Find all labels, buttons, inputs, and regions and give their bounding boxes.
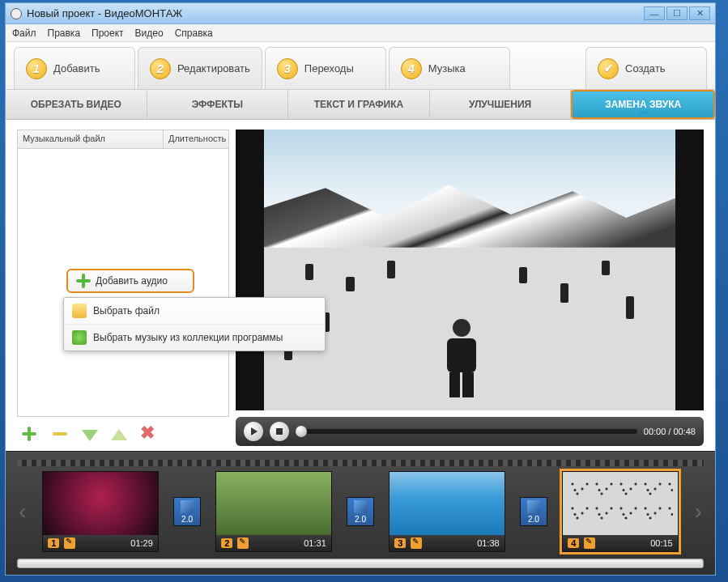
clip-thumbnail [390,472,504,535]
delete-icon[interactable]: ✖ [140,425,158,443]
tab-improvements[interactable]: УЛУЧШЕНИЯ [430,90,572,119]
timeline-prev-icon[interactable]: ‹ [17,499,28,525]
clip-thumbnail [43,472,157,535]
edit-clip-icon[interactable] [237,537,249,549]
film-strip-decor [17,460,704,466]
video-preview [236,130,704,410]
transition-duration: 2.0 [355,515,366,524]
main-area: Музыкальный файл Длительность Добавить а… [6,120,715,451]
transition-icon [527,500,540,513]
col-music-file: Музыкальный файл [18,130,164,148]
maximize-button[interactable]: ☐ [666,6,688,20]
step-number-icon: 2 [150,58,171,79]
step-label: Музыка [428,62,466,74]
step-label: Добавить [53,62,100,74]
add-icon[interactable] [20,425,38,443]
transition-duration: 2.0 [181,515,193,524]
seek-bar[interactable] [296,429,637,434]
play-button[interactable] [244,422,263,441]
plus-icon [76,274,91,288]
move-up-icon[interactable] [111,429,127,440]
tab-replace-audio[interactable]: ЗАМЕНА ЗВУКА [571,90,715,119]
menu-file[interactable]: Файл [12,28,36,39]
menu-video[interactable]: Видео [135,28,164,39]
col-duration: Длительность [164,130,228,148]
step-number-icon: 3 [277,58,298,79]
clip-number: 2 [221,538,232,548]
audio-toolbar: ✖ [17,417,229,446]
menu-edit[interactable]: Правка [48,28,81,39]
app-window: Новый проект - ВидеоМОНТАЖ — ☐ ✕ Файл Пр… [5,2,716,576]
tab-crop[interactable]: ОБРЕЗАТЬ ВИДЕО [6,90,147,119]
close-button[interactable]: ✕ [689,6,710,20]
clip-number: 4 [568,538,579,548]
edit-clip-icon[interactable] [584,537,595,549]
clip-2[interactable]: 2 01:31 [215,471,331,552]
timeline: ‹ 1 01:29 2.0 2 01:31 [6,451,715,575]
edit-clip-icon[interactable] [411,537,422,549]
clip-duration: 01:31 [304,538,326,548]
check-icon [598,58,619,79]
clip-4[interactable]: 4 00:15 [562,471,678,552]
clips-row: ‹ 1 01:29 2.0 2 01:31 [17,471,704,552]
audio-list-header: Музыкальный файл Длительность [17,130,229,149]
dropdown-choose-file[interactable]: Выбрать файл [64,298,325,325]
tab-text-graphics[interactable]: ТЕКСТ И ГРАФИКА [288,90,430,119]
step-label: Переходы [304,62,354,74]
transition-3[interactable]: 2.0 [520,497,548,526]
app-icon [11,8,22,19]
clip-thumbnail [216,472,330,535]
menu-project[interactable]: Проект [92,28,124,39]
scrollbar-thumb[interactable] [19,560,701,567]
step-number-icon: 4 [401,58,422,79]
dropdown-choose-library[interactable]: Выбрать музыку из коллекции программы [64,325,325,350]
step-number-icon: 1 [26,58,47,79]
stop-button[interactable] [270,422,289,441]
wizard-steps: 1 Добавить 2 Редактировать 3 Переходы 4 … [6,42,715,89]
seek-handle[interactable] [296,426,307,437]
clip-number: 3 [394,538,406,548]
clip-duration: 01:38 [477,538,500,548]
transition-1[interactable]: 2.0 [173,497,202,526]
edit-subtabs: ОБРЕЗАТЬ ВИДЕО ЭФФЕКТЫ ТЕКСТ И ГРАФИКА У… [6,89,715,120]
step-create[interactable]: Создать [585,47,707,89]
remove-icon[interactable] [51,425,69,443]
transition-icon [354,500,367,513]
tab-effects[interactable]: ЭФФЕКТЫ [147,90,289,119]
clip-3[interactable]: 3 01:38 [389,471,504,552]
dropdown-item-label: Выбрать файл [93,305,160,316]
preview-image [264,130,676,410]
clip-thumbnail [563,472,677,535]
dropdown-item-label: Выбрать музыку из коллекции программы [93,332,283,343]
clip-duration: 00:15 [650,538,673,548]
step-add[interactable]: 1 Добавить [14,47,135,89]
transition-icon [181,500,194,513]
step-label: Редактировать [177,62,250,74]
clip-number: 1 [48,538,59,548]
time-display: 00:00 / 00:48 [644,427,696,436]
transition-duration: 2.0 [528,515,539,524]
timeline-scrollbar[interactable] [17,559,704,568]
step-transitions[interactable]: 3 Переходы [265,47,386,89]
menubar: Файл Правка Проект Видео Справка [6,24,715,42]
add-audio-dropdown: Выбрать файл Выбрать музыку из коллекции… [63,297,326,351]
window-title: Новый проект - ВидеоМОНТАЖ [27,7,644,19]
audio-list-body: Добавить аудио с диска Выбрать файл Выбр… [17,149,229,417]
transition-2[interactable]: 2.0 [347,497,375,526]
edit-clip-icon[interactable] [64,537,75,549]
minimize-button[interactable]: — [644,6,665,20]
preview-panel: 00:00 / 00:48 [236,130,704,446]
music-icon [72,330,87,345]
step-music[interactable]: 4 Музыка [389,47,510,89]
add-audio-label: Добавить аудио [96,275,168,287]
player-controls: 00:00 / 00:48 [236,417,704,446]
step-label: Создать [625,62,665,74]
step-edit[interactable]: 2 Редактировать [138,47,262,89]
add-audio-button[interactable]: Добавить аудио [66,269,194,293]
move-down-icon[interactable] [82,430,98,441]
timeline-next-icon[interactable]: › [693,499,704,525]
clip-duration: 01:29 [130,538,153,548]
menu-help[interactable]: Справка [175,28,213,39]
clip-1[interactable]: 1 01:29 [42,471,158,552]
folder-icon [72,304,87,318]
